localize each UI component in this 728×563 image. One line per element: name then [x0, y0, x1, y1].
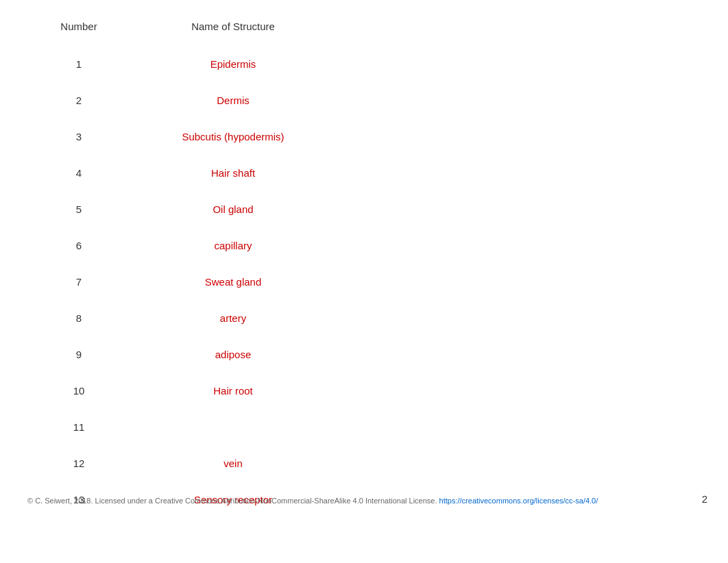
row-number: 9 — [27, 349, 130, 360]
table-row: 3Subcutis (hypodermis) — [27, 118, 701, 155]
table-row: 7Sweat gland — [27, 264, 701, 300]
table-row: 5Oil gland — [27, 191, 701, 227]
row-structure-name: Epidermis — [130, 58, 336, 70]
row-structure-name: Hair root — [130, 385, 336, 397]
row-structure-name: capillary — [130, 240, 336, 251]
table-row: 4Hair shaft — [27, 155, 701, 191]
page-number: 2 — [702, 493, 707, 505]
row-number: 10 — [27, 385, 130, 397]
footer-text: © C. Seiwert, 2018. Licensed under a Cre… — [27, 497, 598, 505]
header-name: Name of Structure — [130, 21, 336, 32]
row-number: 4 — [27, 167, 130, 179]
row-structure-name: Subcutis (hypodermis) — [130, 131, 336, 142]
row-number: 7 — [27, 276, 130, 288]
row-number: 6 — [27, 240, 130, 251]
row-number: 3 — [27, 131, 130, 142]
row-number: 12 — [27, 458, 130, 469]
table-row: 8artery — [27, 300, 701, 336]
table-row: 12vein — [27, 445, 701, 481]
table-row: 11 — [27, 409, 701, 445]
row-structure-name: vein — [130, 458, 336, 469]
table-header: Number Name of Structure — [27, 14, 701, 39]
table-row: 9adipose — [27, 336, 701, 373]
row-structure-name: artery — [130, 312, 336, 324]
row-number: 11 — [27, 421, 130, 433]
table-row: 6capillary — [27, 227, 701, 264]
table-row: 2Dermis — [27, 82, 701, 118]
table-row: 10Hair root — [27, 373, 701, 409]
table-row: 1Epidermis — [27, 46, 701, 82]
footer-link[interactable]: https://creativecommons.org/licenses/cc-… — [439, 497, 598, 505]
header-number: Number — [27, 21, 130, 32]
row-structure-name: Oil gland — [130, 203, 336, 215]
footer-license: © C. Seiwert, 2018. Licensed under a Cre… — [27, 497, 437, 505]
row-structure-name: Dermis — [130, 95, 336, 106]
main-table: Number Name of Structure 1Epidermis2Derm… — [0, 0, 728, 531]
row-structure-name: adipose — [130, 349, 336, 360]
row-number: 2 — [27, 95, 130, 106]
row-number: 5 — [27, 203, 130, 215]
row-structure-name: Hair shaft — [130, 167, 336, 179]
table-rows: 1Epidermis2Dermis3Subcutis (hypodermis)4… — [27, 46, 701, 518]
row-number: 1 — [27, 58, 130, 70]
row-structure-name: Sweat gland — [130, 276, 336, 288]
row-number: 8 — [27, 312, 130, 324]
